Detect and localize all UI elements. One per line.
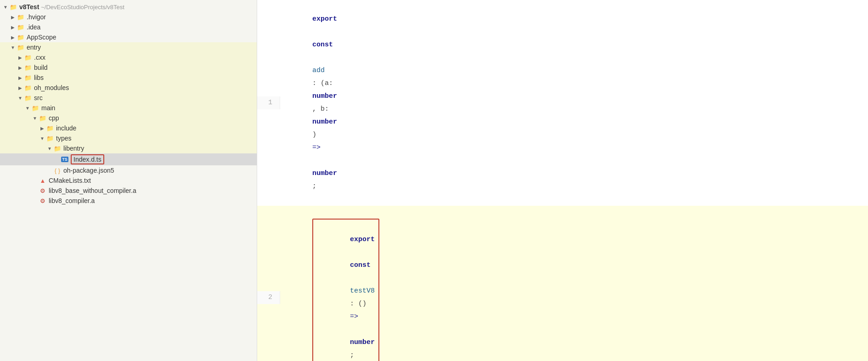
tree-item-main[interactable]: ▼ 📁 main bbox=[0, 103, 257, 113]
tree-item-idea[interactable]: ▶ 📁 .idea bbox=[0, 22, 257, 32]
return-type-number-1: number bbox=[312, 169, 337, 177]
tree-item-libentry[interactable]: ▼ 📁 libentry bbox=[0, 143, 257, 153]
folder-icon-include: 📁 bbox=[46, 124, 54, 132]
tree-item-oh-modules[interactable]: ▶ 📁 oh_modules bbox=[0, 83, 257, 93]
tree-arrow-include: ▶ bbox=[39, 126, 46, 131]
tree-label-main: main bbox=[41, 104, 55, 112]
tree-item-cpp[interactable]: ▼ 📁 cpp bbox=[0, 113, 257, 123]
tree-arrow-index-d-ts bbox=[53, 157, 61, 162]
folder-icon-libs: 📁 bbox=[24, 73, 32, 82]
arrow-operator-2: => bbox=[350, 313, 358, 321]
tree-item-entry[interactable]: ▼ 📁 entry bbox=[0, 42, 257, 52]
file-tree-panel: ▼ 📁 v8Test ~/DevEcoStudioProjects/v8Test… bbox=[0, 0, 257, 361]
folder-icon-hvigor: 📁 bbox=[17, 13, 25, 21]
folder-icon-v8test: 📁 bbox=[9, 3, 17, 11]
tree-label-include: include bbox=[56, 124, 76, 132]
folder-icon-appscope: 📁 bbox=[17, 33, 25, 41]
ts-file-icon: TS bbox=[61, 155, 69, 164]
tree-arrow-cxx: ▶ bbox=[17, 55, 24, 60]
tree-arrow-v8test: ▼ bbox=[2, 5, 9, 10]
tree-item-hvigor[interactable]: ▶ 📁 .hvigor bbox=[0, 12, 257, 22]
tree-item-build[interactable]: ▶ 📁 build bbox=[0, 62, 257, 73]
fn-name-testv8: testV8 bbox=[350, 287, 375, 295]
tree-item-oh-package[interactable]: { } oh-package.json5 bbox=[0, 165, 257, 175]
tree-label-cxx: .cxx bbox=[34, 54, 45, 61]
tree-item-index-d-ts[interactable]: TS Index.d.ts bbox=[0, 153, 257, 165]
tree-label-libv8-compiler: libv8_compiler.a bbox=[49, 197, 95, 204]
tree-arrow-libv8-base bbox=[31, 188, 39, 193]
code-line-2: 2 export const testV8 : () => number ; bbox=[257, 206, 868, 361]
tree-arrow-libs: ▶ bbox=[17, 75, 24, 80]
tree-label-src: src bbox=[34, 94, 43, 102]
folder-icon-oh-modules: 📁 bbox=[24, 84, 32, 92]
arrow-operator-1: => bbox=[312, 144, 321, 152]
lib-file-icon-base: ⚙ bbox=[39, 186, 47, 195]
fn-name-add: add bbox=[312, 67, 325, 74]
folder-icon-libentry: 📁 bbox=[53, 144, 62, 152]
tree-label-entry: entry bbox=[27, 44, 41, 51]
code-line-1: 1 export const add : (a: number , b: num… bbox=[257, 0, 868, 206]
tree-arrow-appscope: ▶ bbox=[9, 35, 17, 40]
folder-icon-src: 📁 bbox=[24, 94, 32, 102]
tree-item-include[interactable]: ▶ 📁 include bbox=[0, 123, 257, 133]
type-number-b: number bbox=[312, 118, 337, 126]
json-file-icon: { } bbox=[53, 166, 62, 175]
tree-item-cxx[interactable]: ▶ 📁 .cxx bbox=[0, 52, 257, 62]
tree-label-types: types bbox=[56, 135, 71, 142]
folder-icon-main: 📁 bbox=[31, 104, 39, 112]
keyword-const-2: const bbox=[350, 261, 371, 269]
tree-item-libv8-compiler[interactable]: ⚙ libv8_compiler.a bbox=[0, 196, 257, 206]
tree-item-libs[interactable]: ▶ 📁 libs bbox=[0, 73, 257, 83]
keyword-export-1: export bbox=[312, 15, 337, 23]
keyword-export-2: export bbox=[350, 236, 375, 243]
folder-icon-idea: 📁 bbox=[17, 23, 25, 31]
tree-arrow-idea: ▶ bbox=[9, 25, 17, 30]
tree-item-libv8-base[interactable]: ⚙ libv8_base_without_compiler.a bbox=[0, 186, 257, 196]
tree-arrow-oh-modules: ▶ bbox=[17, 85, 24, 90]
tree-label-cpp: cpp bbox=[49, 114, 59, 122]
tree-item-v8test[interactable]: ▼ 📁 v8Test ~/DevEcoStudioProjects/v8Test bbox=[0, 2, 257, 12]
type-number-a: number bbox=[312, 92, 337, 100]
tree-arrow-hvigor: ▶ bbox=[9, 15, 17, 20]
tree-arrow-libentry: ▼ bbox=[46, 146, 53, 151]
tree-item-types[interactable]: ▼ 📁 types bbox=[0, 133, 257, 143]
tree-arrow-src: ▼ bbox=[17, 96, 24, 101]
code-text-2: export const testV8 : () => number ; bbox=[280, 206, 379, 361]
tree-label-oh-modules: oh_modules bbox=[34, 84, 69, 91]
editor-panel: 1 export const add : (a: number , b: num… bbox=[257, 0, 868, 361]
folder-icon-entry: 📁 bbox=[17, 43, 25, 51]
tree-arrow-libv8-compiler bbox=[31, 198, 39, 203]
tree-label-cmakelists: CMakeLists.txt bbox=[49, 177, 91, 184]
tree-label-index-d-ts: Index.d.ts bbox=[71, 154, 104, 164]
tree-label-oh-package: oh-package.json5 bbox=[63, 167, 114, 174]
tree-label-libv8-base: libv8_base_without_compiler.a bbox=[49, 187, 136, 194]
tree-label-libentry: libentry bbox=[63, 145, 84, 152]
folder-icon-types: 📁 bbox=[46, 134, 54, 142]
code-text-1: export const add : (a: number , b: numbe… bbox=[280, 0, 337, 206]
tree-label-idea: .idea bbox=[27, 23, 40, 31]
tree-label-build: build bbox=[34, 64, 48, 71]
code-boxed-content: export const testV8 : () => number ; bbox=[312, 219, 379, 361]
tree-arrow-cpp: ▼ bbox=[31, 116, 39, 121]
tree-arrow-entry: ▼ bbox=[9, 45, 17, 50]
keyword-const-1: const bbox=[312, 41, 333, 49]
tree-arrow-main: ▼ bbox=[24, 106, 31, 111]
line-number-1: 1 bbox=[257, 96, 280, 109]
tree-arrow-types: ▼ bbox=[39, 136, 46, 141]
tree-label-libs: libs bbox=[34, 74, 44, 81]
lib-file-icon-compiler: ⚙ bbox=[39, 197, 47, 205]
tree-arrow-oh-package bbox=[46, 168, 53, 173]
folder-icon-cpp: 📁 bbox=[39, 114, 47, 122]
folder-icon-cxx: 📁 bbox=[24, 53, 32, 62]
tree-label-appscope: AppScope bbox=[27, 34, 56, 41]
tree-item-cmakelists[interactable]: ▲ CMakeLists.txt bbox=[0, 175, 257, 186]
cmake-file-icon: ▲ bbox=[39, 176, 47, 185]
tree-item-src[interactable]: ▼ 📁 src bbox=[0, 93, 257, 103]
folder-icon-build: 📁 bbox=[24, 63, 32, 72]
tree-arrow-build: ▶ bbox=[17, 65, 24, 70]
tree-label-hvigor: .hvigor bbox=[27, 13, 46, 21]
tree-item-appscope[interactable]: ▶ 📁 AppScope bbox=[0, 32, 257, 42]
line-number-2: 2 bbox=[257, 291, 280, 304]
tree-arrow-cmakelists bbox=[31, 178, 39, 183]
tree-label-v8test: v8Test ~/DevEcoStudioProjects/v8Test bbox=[19, 3, 124, 11]
